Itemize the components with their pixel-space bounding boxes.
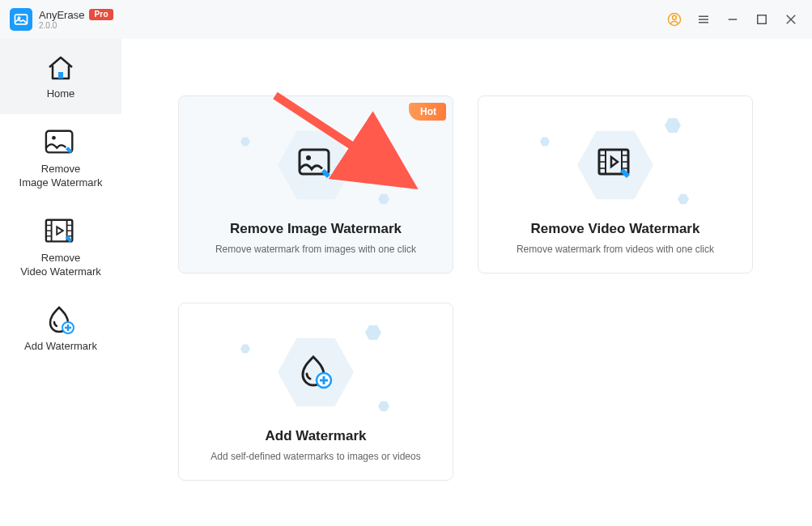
titlebar: AnyErase Pro 2.0.0: [0, 0, 812, 39]
sidebar-item-label: Remove Image Watermark: [19, 163, 103, 190]
user-account-icon[interactable]: [663, 8, 686, 31]
app-title-block: AnyErase Pro 2.0.0: [39, 9, 113, 30]
menu-icon[interactable]: [692, 8, 715, 31]
svg-point-3: [673, 15, 677, 19]
card-add-watermark[interactable]: Add Watermark Add self-defined watermark…: [178, 303, 453, 481]
hot-badge: Hot: [409, 103, 446, 121]
sidebar-item-label: Home: [47, 87, 75, 101]
remove-image-watermark-icon: [45, 129, 77, 158]
card-remove-video-watermark[interactable]: Remove Video Watermark Remove watermark …: [478, 95, 753, 274]
sidebar-item-home[interactable]: Home: [0, 39, 121, 114]
card-icon-area: [478, 121, 752, 210]
image-erase-icon: [297, 146, 334, 184]
close-icon[interactable]: [780, 8, 802, 31]
card-desc: Remove watermark from videos with one cl…: [517, 244, 714, 255]
card-desc: Add self-defined watermarks to images or…: [210, 451, 420, 462]
card-title: Remove Image Watermark: [230, 221, 402, 237]
card-desc: Remove watermark from images with one cl…: [215, 244, 416, 255]
sidebar-item-label: Add Watermark: [24, 340, 97, 354]
home-icon: [45, 53, 77, 83]
app-version: 2.0.0: [39, 22, 113, 30]
app-name: AnyErase: [39, 10, 84, 20]
remove-video-watermark-icon: [45, 218, 77, 247]
maximize-icon[interactable]: [750, 8, 773, 31]
card-icon-area: [179, 328, 453, 417]
svg-point-13: [52, 136, 56, 140]
card-title: Remove Video Watermark: [531, 221, 700, 237]
sidebar-item-remove-video[interactable]: Remove Video Watermark: [0, 203, 121, 292]
sidebar-item-label: Remove Video Watermark: [20, 252, 101, 279]
sidebar-item-add-watermark[interactable]: Add Watermark: [0, 291, 121, 367]
svg-rect-8: [758, 15, 767, 24]
sidebar-item-remove-image[interactable]: Remove Image Watermark: [0, 114, 121, 203]
card-title: Add Watermark: [265, 428, 366, 444]
svg-point-28: [306, 155, 311, 160]
card-icon-area: [179, 121, 453, 210]
minimize-icon[interactable]: [721, 8, 744, 31]
svg-rect-11: [58, 72, 63, 78]
card-remove-image-watermark[interactable]: Hot Remove Image Watermark Remove waterm…: [178, 95, 453, 274]
water-drop-add-icon: [297, 354, 334, 391]
main-content: Hot Remove Image Watermark Remove waterm…: [121, 39, 812, 526]
video-erase-icon: [597, 146, 634, 184]
app-logo-icon: [10, 8, 32, 31]
add-watermark-icon: [45, 306, 77, 335]
sidebar: Home Remove Image Watermark Remove Video…: [0, 39, 121, 526]
pro-badge: Pro: [89, 9, 113, 20]
